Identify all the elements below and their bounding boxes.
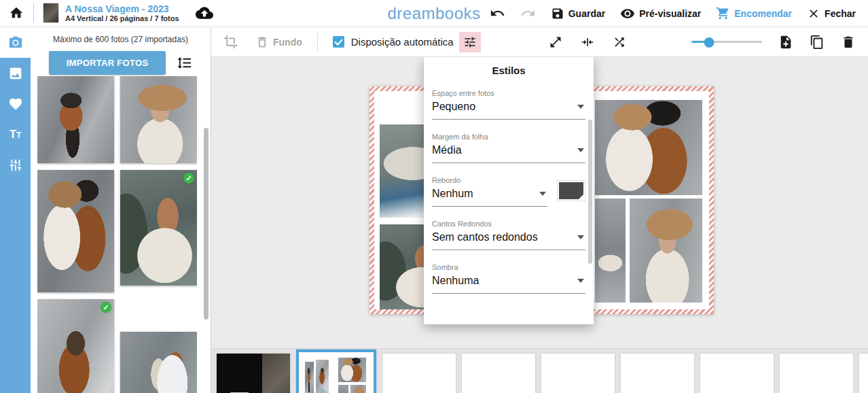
spread-mini-preview (302, 355, 371, 393)
styles-popup: Estilos Espaço entre fotos Pequeno Marge… (424, 57, 594, 324)
undo-button[interactable] (490, 5, 505, 21)
spread-photo[interactable] (595, 100, 702, 195)
photos-panel: Máximo de 600 fotos (27 importadas) IMPO… (31, 27, 211, 393)
zoom-slider-thumb[interactable] (704, 37, 715, 48)
remove-background-button[interactable]: Fundo (255, 35, 302, 49)
spread-photo[interactable] (595, 199, 626, 303)
add-page-button[interactable] (778, 35, 793, 50)
photo-thumbnail[interactable] (120, 332, 197, 393)
pages-strip-inner (211, 349, 868, 393)
chevron-down-icon (577, 105, 584, 109)
page-thumb-empty[interactable] (700, 354, 774, 393)
divider (317, 33, 318, 52)
sort-photos-button[interactable] (177, 55, 192, 71)
rounded-corners-select[interactable]: Cantos Redondos Sem cantos redondos (432, 220, 585, 250)
order-button[interactable]: Encomendar (716, 6, 792, 20)
photos-limit-note: Máximo de 600 fotos (27 importadas) (31, 35, 211, 44)
field-label: Margem da folha (432, 133, 585, 141)
project-title: A Nossa Viagem - 2023 (65, 3, 179, 15)
pages-strip (211, 348, 868, 393)
page-thumb-empty[interactable] (462, 354, 535, 393)
project-cover-thumbnail (43, 3, 58, 22)
photo-grid-column: ✓ (120, 76, 197, 393)
photo-spacing-select[interactable]: Espaço entre fotos Pequeno (432, 89, 585, 120)
chevron-down-icon (577, 148, 584, 152)
auto-layout-label: Disposição automática (351, 36, 454, 48)
sidebar-tab-settings[interactable] (0, 150, 31, 180)
close-button[interactable]: Fechar (807, 7, 856, 20)
sidebar-tab-photos[interactable] (0, 27, 31, 58)
styles-tune-icon (463, 35, 477, 49)
sidebar-tab-favorites[interactable] (0, 88, 31, 119)
shuffle-layout-button[interactable] (613, 35, 626, 49)
save-icon (551, 7, 564, 20)
popup-scrollbar[interactable] (588, 120, 592, 264)
save-button[interactable]: Guardar (551, 7, 605, 20)
photo-library-grid: ✓ ✓ (37, 76, 197, 393)
page-thumb-empty[interactable] (541, 354, 615, 393)
page-thumb-empty[interactable] (859, 354, 868, 393)
page-margin-select[interactable]: Margem da folha Média (432, 133, 585, 163)
photo-thumbnail[interactable] (37, 170, 114, 292)
used-check-icon: ✓ (101, 302, 111, 313)
shadow-select[interactable]: Sombra Nenhuma (432, 263, 585, 294)
page-thumb-empty[interactable] (780, 354, 853, 393)
photos-panel-scrollbar[interactable] (204, 128, 209, 320)
chevron-down-icon (577, 235, 584, 239)
page-thumb-cover[interactable] (217, 354, 290, 393)
layout-tools (549, 35, 626, 49)
zoom-slider[interactable] (691, 37, 762, 47)
auto-layout-checkbox[interactable] (333, 36, 344, 48)
home-button[interactable] (9, 5, 24, 20)
brand-logo: dreambooks (387, 4, 480, 23)
styles-popup-fields: Espaço entre fotos Pequeno Margem da fol… (424, 89, 594, 294)
photo-thumbnail[interactable]: ✓ (120, 170, 197, 286)
compress-layout-button[interactable] (581, 35, 594, 49)
preview-label: Pré-visualizar (639, 8, 701, 19)
close-label: Fechar (825, 8, 856, 19)
delete-page-button[interactable] (841, 35, 856, 50)
import-photos-button[interactable]: IMPORTAR FOTOS (49, 51, 166, 75)
photos-panel-actions: IMPORTAR FOTOS (31, 51, 211, 75)
page-thumb-empty[interactable] (621, 354, 694, 393)
duplicate-page-button[interactable] (810, 35, 825, 50)
page-tools (691, 35, 856, 50)
sidebar-tab-layouts[interactable] (0, 58, 31, 88)
sidebar-tab-text[interactable]: TT (0, 119, 31, 150)
expand-layout-button[interactable] (549, 35, 562, 49)
border-color-swatch-fill (559, 182, 583, 199)
canvas-toolbar: Fundo Disposição automática (211, 27, 868, 57)
photo-thumbnail[interactable]: ✓ (37, 299, 114, 393)
border-select[interactable]: Rebordo Nenhum (432, 176, 547, 207)
page-thumb-empty[interactable] (382, 354, 456, 393)
field-label: Cantos Redondos (432, 220, 585, 228)
heart-icon (8, 97, 23, 112)
page-thumb-selected[interactable] (296, 349, 376, 393)
editor-canvas: Estilos Espaço entre fotos Pequeno Marge… (211, 57, 868, 393)
tool-sidebar: TT (0, 27, 31, 393)
project-subtitle: A4 Vertical / 26 páginas / 7 fotos (65, 14, 179, 23)
field-value: Média (432, 144, 462, 156)
cart-icon (716, 6, 730, 20)
image-icon (8, 66, 23, 81)
add-page-icon (778, 35, 793, 50)
photo-grid-column: ✓ (37, 76, 114, 393)
camera-icon (8, 35, 23, 50)
photo-thumbnail[interactable] (120, 76, 197, 163)
photo-thumbnail[interactable] (37, 76, 114, 163)
field-value: Nenhum (432, 188, 473, 200)
field-value: Pequeno (432, 101, 475, 113)
redo-button[interactable] (520, 5, 536, 21)
shuffle-icon (613, 35, 626, 49)
crop-button[interactable] (223, 35, 238, 49)
main-area: Fundo Disposição automática (211, 27, 868, 393)
styles-button[interactable] (459, 32, 481, 52)
order-label: Encomendar (734, 8, 792, 19)
border-color-picker[interactable] (557, 180, 585, 201)
preview-button[interactable]: Pré-visualizar (620, 6, 701, 21)
cover-front (217, 354, 262, 393)
field-label: Rebordo (432, 176, 547, 184)
styles-popup-title: Estilos (424, 65, 594, 76)
project-info: A Nossa Viagem - 2023 A4 Vertical / 26 p… (65, 3, 179, 24)
spread-photo[interactable] (630, 199, 702, 303)
